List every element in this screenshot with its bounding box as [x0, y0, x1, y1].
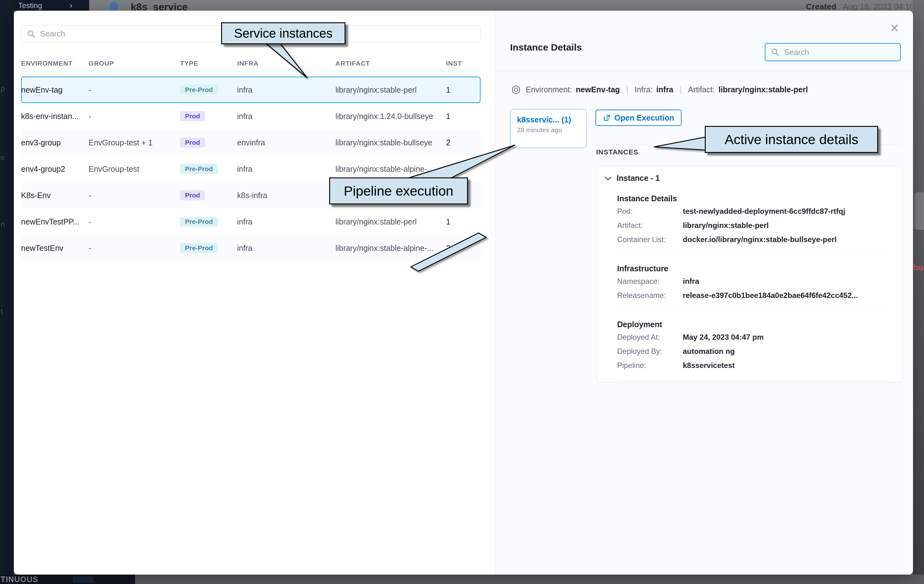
cell-infra: infra — [237, 112, 335, 121]
chevron-down-icon — [605, 176, 612, 181]
clipped-red-text: bu — [913, 263, 923, 272]
kv-value: test-newlyadded-deployment-6cc9ffdc87-rt… — [683, 205, 845, 217]
instance-collapse-header[interactable]: Instance - 1 — [598, 167, 902, 185]
service-instances-callout: Service instances — [221, 22, 345, 44]
cell-environment: newTestEnv — [21, 244, 89, 253]
callout-text: Pipeline execution — [343, 183, 453, 199]
kv-row: Namespace: infra — [617, 275, 891, 287]
cell-group: - — [89, 86, 180, 94]
cell-environment: newEnv-tag — [21, 86, 89, 94]
kv-value: infra — [683, 275, 699, 287]
table-body: newEnv-tag - Pre-Prod infra library/ngin… — [21, 77, 480, 261]
instance-card: Instance - 1 Instance Details Pod: test-… — [597, 167, 902, 382]
cell-type: Prod — [180, 190, 237, 200]
close-icon[interactable]: ✕ — [888, 21, 901, 35]
clipped-ui-sliver — [914, 192, 924, 230]
external-link-icon — [603, 114, 610, 122]
screenshot-root: Testing › ⬢ k8s_service Created Aug 18, … — [0, 0, 924, 584]
open-execution-button[interactable]: Open Execution — [596, 110, 681, 126]
cell-inst: 1 — [446, 112, 480, 121]
type-badge: Pre-Prod — [180, 243, 218, 253]
instance-details-pane: ✕ Instance Details Environment: newEnv-t… — [495, 11, 913, 574]
instances-table-pane: ENVIRONMENT GROUP TYPE INFRA ARTIFACT IN… — [14, 11, 495, 574]
created-timestamp: Created Aug 18, 2023 04:10 am — [806, 2, 924, 12]
kv-value: release-e397c0b1bee184a0e2bae64f6fe42cc4… — [683, 289, 858, 302]
cell-type: Pre-Prod — [180, 164, 237, 174]
cell-environment: env4-group2 — [21, 165, 89, 174]
section-heading: Instance Details — [617, 194, 891, 203]
infra-label: Infra: — [635, 85, 653, 94]
infra-value: infra — [657, 85, 673, 94]
type-badge: Prod — [180, 111, 205, 121]
cell-type: Prod — [180, 137, 237, 148]
kv-row: Pipeline: k8sservicetest — [617, 359, 891, 371]
type-badge: Pre-Prod — [180, 217, 218, 227]
col-type: TYPE — [180, 59, 237, 67]
kv-label: Deployed At: — [617, 331, 683, 343]
cell-environment: env3-group — [21, 138, 89, 147]
kv-label: Container List: — [617, 233, 683, 246]
cell-group: - — [89, 191, 180, 200]
active-instance-details-callout: Active instance details — [705, 126, 878, 153]
cell-environment: K8s-Env — [21, 191, 89, 200]
table-row[interactable]: newEnv-tag - Pre-Prod infra library/ngin… — [21, 77, 480, 103]
cell-infra: k8s-infra — [237, 191, 335, 200]
section-heading: Infrastructure — [617, 264, 891, 273]
col-environment: ENVIRONMENT — [21, 59, 89, 67]
meta-separator: | — [680, 85, 682, 94]
col-inst: INST — [446, 59, 480, 67]
open-execution-label: Open Execution — [614, 113, 674, 122]
cell-group: - — [89, 217, 180, 226]
callout-text: Service instances — [234, 26, 332, 41]
cell-type: Pre-Prod — [180, 85, 237, 95]
cell-type: Pre-Prod — [180, 243, 237, 253]
left-nav-edge: pent — [0, 0, 14, 584]
right-page-edge — [913, 0, 924, 584]
cell-type: Pre-Prod — [180, 217, 237, 227]
kv-row: Artifact: library/nginx:stable-perl — [617, 219, 891, 231]
col-artifact: ARTIFACT — [335, 59, 446, 67]
cell-group: - — [89, 244, 180, 253]
col-infra: INFRA — [237, 59, 335, 67]
footer-dark-segment: TINUOUS — [0, 574, 135, 584]
footer-module-label: TINUOUS — [1, 575, 38, 584]
footer-blue-accent — [73, 576, 94, 583]
page-header-bar: Testing › ⬢ k8s_service Created Aug 18, … — [0, 0, 924, 11]
section-divider — [617, 254, 891, 255]
cell-inst: 1 — [446, 86, 480, 94]
search-icon — [771, 48, 779, 56]
cell-infra: infra — [237, 165, 335, 174]
kv-label: Releasename: — [617, 289, 683, 302]
artifact-label: Artifact: — [688, 85, 715, 94]
cell-group: EnvGroup-test — [89, 165, 180, 174]
table-row[interactable]: k8s-env-instan... - Prod infra library/n… — [21, 103, 480, 129]
pipeline-execution-callout: Pipeline execution — [329, 177, 468, 205]
created-label: Created — [806, 2, 837, 11]
search-icon — [27, 30, 35, 38]
table-row[interactable]: newTestEnv - Pre-Prod infra library/ngin… — [21, 235, 480, 261]
execution-card[interactable]: k8sservic... (1) 28 minutes ago — [510, 109, 587, 148]
execution-name: k8sservic... (1) — [517, 115, 586, 124]
cell-artifact: library/nginx:stable-perl — [335, 86, 446, 94]
instance-search-field[interactable] — [765, 43, 901, 61]
type-badge: Pre-Prod — [180, 164, 218, 174]
cell-inst: 1 — [446, 217, 480, 226]
section-heading: Deployment — [617, 320, 891, 329]
kv-label: Deployed By: — [617, 345, 683, 357]
instances-heading: INSTANCES — [596, 148, 639, 157]
created-value: Aug 18, 2023 04:10 am — [843, 2, 924, 11]
table-row[interactable]: newEnvTestPP... - Pre-Prod infra library… — [21, 208, 480, 235]
table-header-row: ENVIRONMENT GROUP TYPE INFRA ARTIFACT IN… — [21, 59, 480, 67]
pane-title: Instance Details — [510, 42, 582, 53]
instance-title: Instance - 1 — [617, 174, 660, 183]
kv-label: Pipeline: — [617, 359, 683, 371]
kv-value: docker.io/library/nginx:stable-bullseye-… — [683, 233, 837, 246]
search-input[interactable] — [784, 48, 900, 57]
breadcrumb: Testing — [18, 1, 42, 10]
cell-infra: infra — [237, 244, 335, 253]
kv-value: library/nginx:stable-perl — [683, 219, 769, 231]
type-badge: Prod — [180, 137, 205, 148]
cell-group: EnvGroup-test + 1 — [89, 138, 180, 147]
environment-meta-row: Environment: newEnv-tag | Infra: infra |… — [512, 85, 808, 94]
table-row[interactable]: env3-group EnvGroup-test + 1 Prod envinf… — [21, 129, 480, 156]
